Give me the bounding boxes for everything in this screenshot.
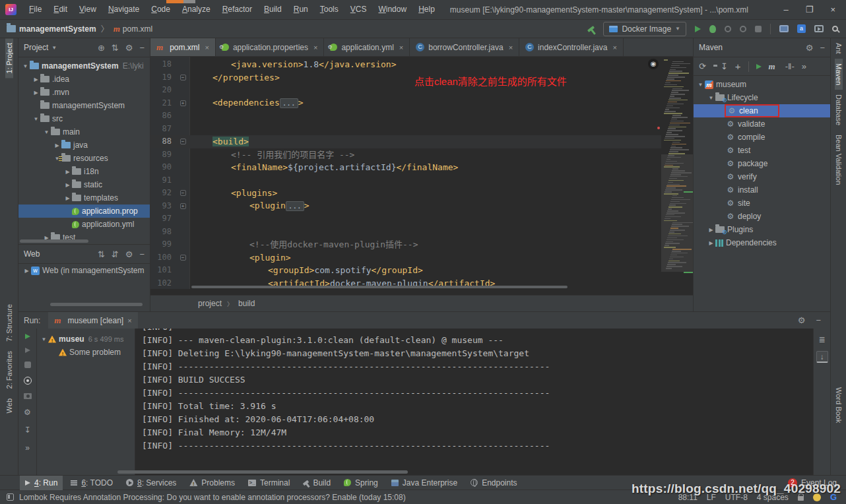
project-item-templates[interactable]: ▶templates [18, 191, 150, 205]
expand-all-icon[interactable]: ⇅ [98, 249, 105, 259]
breadcrumb-project[interactable]: managementSystem [19, 24, 96, 34]
project-item-application-yml[interactable]: application.yml [18, 218, 150, 231]
stop-button[interactable] [24, 362, 31, 368]
maven-item-deploy[interactable]: ⚙deploy [694, 210, 830, 223]
menu-help[interactable]: Help [412, 0, 441, 19]
chevron-down-icon[interactable]: ▼ [32, 116, 40, 122]
run-item-museu[interactable]: ▼museu6 s 499 ms [37, 332, 135, 346]
project-item--idea[interactable]: ▶.idea [18, 73, 150, 86]
toolwindow-tab-4-run[interactable]: 4: Run [20, 476, 63, 490]
close-button[interactable]: × [830, 5, 835, 15]
inspection-eye-icon[interactable]: ◉ [648, 59, 659, 69]
toolwindow-tab-problems[interactable]: Problems [184, 476, 240, 490]
editor-tab-pom-xml[interactable]: mpom.xml× [150, 38, 216, 56]
menu-navigate[interactable]: Navigate [102, 0, 145, 19]
rerun-failed-button[interactable] [25, 348, 30, 353]
chevron-right-icon[interactable]: ▶ [63, 195, 72, 201]
layout-icon[interactable] [779, 25, 789, 32]
chevron-right-icon[interactable]: ▶ [32, 90, 40, 96]
build-project-icon[interactable] [587, 26, 595, 32]
pin-icon[interactable]: ↧ [24, 425, 30, 435]
toolwindow-button-word-book[interactable]: Word Book [835, 383, 843, 427]
chevron-right-icon[interactable]: ▶ [32, 77, 40, 82]
project-item--mvn[interactable]: ▶.mvn [18, 86, 150, 99]
maximize-button[interactable]: ❐ [806, 5, 814, 15]
run-button[interactable] [695, 26, 701, 32]
horizontal-scrollbar[interactable] [20, 239, 88, 243]
maven-item-verify[interactable]: ⚙verify [694, 170, 830, 183]
close-icon[interactable]: × [509, 44, 513, 51]
menu-refactor[interactable]: Refactor [216, 0, 258, 19]
download-sources-icon[interactable]: ↧ [721, 61, 728, 71]
chevron-right-icon[interactable]: ▶ [707, 227, 715, 233]
fold-toggle-icon[interactable]: + [176, 97, 190, 110]
menu-build[interactable]: Build [258, 0, 288, 19]
web-tree-item[interactable]: ▶ w Web (in managementSystem [18, 264, 150, 277]
toolwindow-tab-terminal[interactable]: >_Terminal [243, 476, 295, 490]
translate-icon[interactable]: a [797, 24, 806, 33]
fold-toggle-icon[interactable]: − [176, 187, 190, 200]
project-item-managementsystem[interactable]: ▼managementSystemE:\lyki [18, 59, 150, 73]
status-message[interactable]: Lombok Requires Annotation Processing: D… [19, 493, 406, 502]
code-line-87[interactable]: 87 [150, 123, 661, 136]
editor-tab-application-properties[interactable]: application.properties× [216, 38, 325, 56]
maven-item-test[interactable]: ⚙test [694, 144, 830, 157]
fold-toggle-icon[interactable]: − [176, 71, 190, 84]
snapshot-icon[interactable] [24, 393, 32, 399]
maven-item-museum[interactable]: ▼mmuseum [694, 78, 830, 91]
chevron-down-icon[interactable]: ▼ [21, 63, 30, 69]
toolwindow-button-database[interactable]: Database [835, 90, 843, 130]
close-icon[interactable]: × [127, 317, 131, 325]
code-line-89[interactable]: 89<!-- 引用我们的项目名字 --> [150, 148, 661, 162]
close-icon[interactable]: × [612, 44, 616, 51]
console[interactable]: [INFO][INFO] --- maven-clean-plugin:3.1.… [135, 329, 813, 475]
project-panel-title[interactable]: Project [24, 43, 48, 52]
toolwindow-tab-spring[interactable]: Spring [339, 476, 383, 490]
toolwindow-tab-build[interactable]: Build [298, 476, 336, 490]
coverage-button[interactable] [740, 26, 746, 32]
project-item-java[interactable]: ▶java [18, 139, 150, 152]
toolwindow-toggle-icon[interactable] [7, 493, 14, 501]
code-line-101[interactable]: 101<groupId>com.spotify</groupId> [150, 264, 661, 277]
editor-horizontal-scrollbar[interactable] [191, 286, 568, 288]
breadcrumb-item[interactable]: build [238, 299, 255, 308]
project-item-managementsystem[interactable]: managementSystem [18, 99, 150, 112]
code-line-18[interactable]: 18<java.version>1.8</java.version> [150, 58, 661, 71]
fold-toggle-icon[interactable]: + [176, 200, 190, 213]
scroll-to-end-icon[interactable]: ↓ [816, 351, 828, 363]
menu-tools[interactable]: Tools [314, 0, 344, 19]
code-line-97[interactable]: 97 [150, 212, 661, 226]
toolwindow-tab-6-todo[interactable]: 6: TODO [65, 476, 118, 490]
code-line-88[interactable]: 88−<build> [150, 135, 661, 148]
close-icon[interactable]: × [399, 44, 403, 51]
web-panel-title[interactable]: Web [24, 249, 40, 259]
gear-icon[interactable]: ⚙ [125, 249, 133, 259]
hide-panel-icon[interactable]: − [139, 43, 145, 53]
run-item-some-problem[interactable]: Some problem [37, 346, 135, 359]
toolwindow-button-bean-validation[interactable]: Bean Validation [835, 130, 843, 189]
maven-item-package[interactable]: ⚙package [694, 157, 830, 170]
code-line-21[interactable]: 21+<dependencies...> [150, 97, 661, 110]
code-line-92[interactable]: 92−<plugins> [150, 187, 661, 200]
toolwindow-button-ant[interactable]: Ant [835, 38, 843, 59]
profile-button[interactable] [725, 26, 731, 32]
stop-button[interactable] [755, 26, 762, 32]
gear-icon[interactable]: ⚙ [806, 43, 814, 53]
hide-panel-icon[interactable]: − [139, 249, 145, 259]
maven-item-install[interactable]: ⚙install [694, 183, 830, 197]
rerun-button[interactable] [25, 334, 30, 339]
menu-view[interactable]: View [73, 0, 102, 19]
menu-vcs[interactable]: VCS [344, 0, 373, 19]
run-configuration-select[interactable]: Docker Image ▼ [603, 22, 686, 36]
code-line-20[interactable]: 20 [150, 84, 661, 97]
minimize-button[interactable]: – [784, 5, 789, 15]
hide-panel-icon[interactable]: − [820, 43, 825, 53]
breadcrumb-item[interactable]: project [198, 299, 222, 308]
locate-icon[interactable]: ⊕ [98, 43, 105, 53]
code-area[interactable]: 18<java.version>1.8</java.version>19−</p… [150, 57, 693, 289]
more-icon[interactable]: » [25, 443, 30, 453]
chevron-right-icon[interactable]: ▶ [63, 169, 72, 175]
menu-file[interactable]: File [23, 0, 48, 19]
chevron-down-icon[interactable]: ▼ [42, 129, 51, 135]
code-line-93[interactable]: 93+<plugin...> [150, 200, 661, 213]
